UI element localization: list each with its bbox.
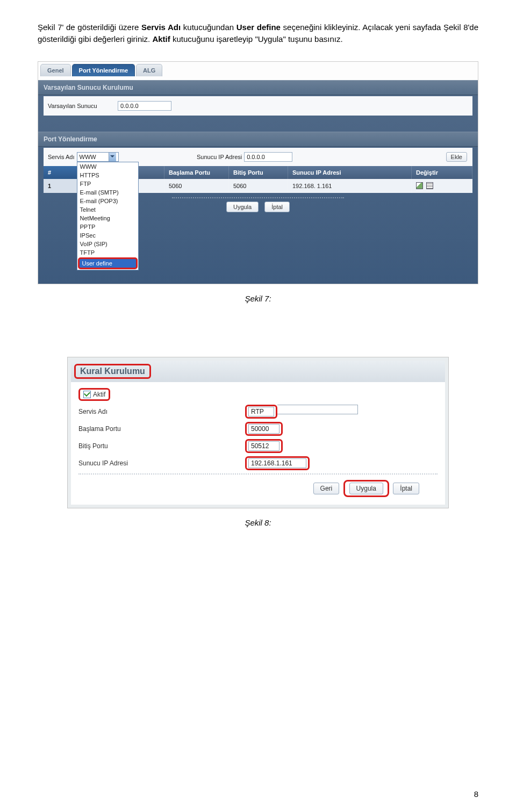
delete-icon[interactable] xyxy=(426,182,433,189)
dd-opt-pptp[interactable]: PPTP xyxy=(77,222,138,231)
tab-alg[interactable]: ALG xyxy=(136,64,162,76)
button-bar-2: Geri Uygula İptal xyxy=(78,473,438,502)
dd-opt-ipsec[interactable]: IPSec xyxy=(77,231,138,240)
input-sunucu-ip[interactable] xyxy=(244,152,292,162)
divider xyxy=(172,197,344,198)
dropdown-servis-adi[interactable]: WWW xyxy=(77,152,119,162)
td-actions xyxy=(412,179,472,193)
label-sunucu-ip: Sunucu IP Adresi xyxy=(197,154,242,160)
caption-sekil7: Şekil 7: xyxy=(38,294,478,303)
intro-t1: Şekil 7' de gösterildiği üzere xyxy=(38,23,141,32)
input-ip[interactable] xyxy=(248,458,306,468)
td-bit: 5060 xyxy=(229,179,288,193)
input-servis[interactable] xyxy=(248,407,274,416)
dd-opt-user-define[interactable]: User define xyxy=(78,257,138,269)
input-servis-ext[interactable] xyxy=(277,405,358,414)
th-bit: Bitiş Portu xyxy=(229,166,288,179)
aktif-wrap: Aktif xyxy=(78,388,110,401)
input-default-server[interactable] xyxy=(118,101,171,111)
panel-title: Kural Kurulumu xyxy=(74,364,151,379)
label-default-server: Varsayılan Sunucu xyxy=(48,103,118,109)
dd-opt-telnet[interactable]: Telnet xyxy=(77,205,138,214)
th-ip: Sunucu IP Adresi xyxy=(288,166,412,179)
panel-header: Kural Kurulumu xyxy=(71,361,445,382)
row-add-rule: Servis Adı WWW WWW HTTPS FTP E-mail (SMT… xyxy=(44,148,472,166)
intro-paragraph: Şekil 7' de gösterildiği üzere Servis Ad… xyxy=(38,21,478,45)
ekle-button[interactable]: Ekle xyxy=(446,152,467,162)
aktif-label: Aktif xyxy=(93,391,105,398)
dd-opt-netmeeting[interactable]: NetMeeting xyxy=(77,214,138,222)
td-bas: 5060 xyxy=(164,179,229,193)
input-bit[interactable] xyxy=(248,441,280,451)
intro-t2: kutucuğundan xyxy=(183,23,236,32)
label-bit: Bitiş Portu xyxy=(78,442,245,450)
screenshot-port-forwarding: Genel Port Yönlendirme ALG Varsayılan Su… xyxy=(38,61,478,284)
th-bas: Başlama Portu xyxy=(164,166,229,179)
row-default-server: Varsayılan Sunucu xyxy=(44,96,472,116)
label-bas: Başlama Portu xyxy=(78,425,245,433)
chevron-down-icon[interactable] xyxy=(109,153,116,161)
dd-opt-pop3[interactable]: E-mail (POP3) xyxy=(77,197,138,205)
intro-t4: kutucuğunu işaretleyip "Uygula" tuşunu b… xyxy=(173,34,343,44)
label-servis-adi: Servis Adı xyxy=(48,154,75,160)
section-port-forwarding: Port Yönlendirme xyxy=(38,132,478,147)
iptal-button[interactable]: İptal xyxy=(264,202,290,212)
dd-opt-tftp[interactable]: TFTP xyxy=(77,248,138,257)
dd-opt-www[interactable]: WWW xyxy=(77,162,138,171)
dd-opt-smtp[interactable]: E-mail (SMTP) xyxy=(77,188,138,197)
dd-opt-voip[interactable]: VoIP (SIP) xyxy=(77,240,138,248)
dd-opt-https[interactable]: HTTPS xyxy=(77,171,138,179)
geri-button[interactable]: Geri xyxy=(313,483,340,494)
label-servis: Servis Adı xyxy=(78,408,245,415)
input-bas[interactable] xyxy=(248,424,280,434)
uygula-button[interactable]: Uygula xyxy=(226,202,259,212)
iptal-button-2[interactable]: İptal xyxy=(393,483,419,494)
caption-sekil8: Şekil 8: xyxy=(38,518,478,527)
tab-bar: Genel Port Yönlendirme ALG xyxy=(40,64,162,76)
page-number: 8 xyxy=(474,789,478,799)
tab-genel[interactable]: Genel xyxy=(40,64,71,76)
dd-opt-ftp[interactable]: FTP xyxy=(77,179,138,188)
td-ip: 192.168. 1.161 xyxy=(288,179,412,193)
tab-port-yonlendirme[interactable]: Port Yönlendirme xyxy=(72,64,135,76)
section-default-server: Varsayılan Sunucu Kurulumu xyxy=(38,80,478,95)
dropdown-selected: WWW xyxy=(80,154,96,160)
edit-icon[interactable] xyxy=(416,182,423,189)
screenshot-kural-kurulumu: Kural Kurulumu Aktif Servis Adı Başlama … xyxy=(67,357,449,508)
dropdown-list: WWW HTTPS FTP E-mail (SMTP) E-mail (POP3… xyxy=(77,162,139,270)
intro-b2: User define xyxy=(236,23,281,32)
aktif-checkbox[interactable] xyxy=(83,391,91,398)
label-ip: Sunucu IP Adresi xyxy=(78,459,245,467)
intro-b3: Aktif xyxy=(152,34,170,44)
th-degistir: Değiştir xyxy=(412,166,472,179)
intro-b1: Servis Adı xyxy=(141,23,181,32)
uygula-button-2[interactable]: Uygula xyxy=(349,483,383,494)
